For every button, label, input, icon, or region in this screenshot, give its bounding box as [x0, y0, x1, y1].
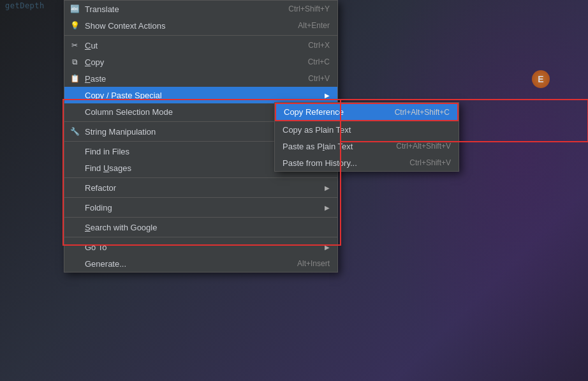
generate-shortcut: Alt+Insert — [297, 259, 330, 268]
find-usages-label: Find Usages — [85, 163, 131, 173]
menu-item-refactor[interactable]: Refactor ▶ — [64, 179, 337, 196]
submenu-item-paste-history[interactable]: Paste from History... Ctrl+Shift+V — [275, 154, 459, 171]
string-manipulation-label: String Manipulation — [85, 127, 156, 137]
context-actions-label: Show Context Actions — [85, 21, 165, 31]
menu-item-folding[interactable]: Folding ▶ — [64, 199, 337, 216]
find-usages-icon — [70, 163, 80, 173]
menu-item-search-google[interactable]: Search with Google — [64, 219, 337, 235]
submenu-item-copy-plain[interactable]: Copy as Plain Text — [275, 121, 459, 138]
paste-plain-label: Paste as Plain Text — [283, 142, 353, 151]
find-files-icon — [70, 146, 80, 156]
paste-history-label: Paste from History... — [283, 158, 357, 168]
generate-icon — [70, 258, 80, 269]
divider-5 — [64, 197, 337, 198]
menu-item-cut[interactable]: ✂ Cut Ctrl+X — [64, 37, 337, 54]
refactor-arrow: ▶ — [325, 184, 330, 191]
column-selection-label: Column Selection Mode — [85, 107, 173, 117]
menu-item-translate[interactable]: 🔤 Translate Ctrl+Shift+Y — [64, 1, 337, 17]
translate-shortcut: Ctrl+Shift+Y — [288, 4, 330, 13]
menu-item-copy-paste-special[interactable]: Copy / Paste Special ▶ — [64, 87, 337, 103]
copy-paste-icon — [70, 90, 80, 100]
goto-arrow: ▶ — [325, 244, 330, 251]
search-google-label: Search with Google — [85, 223, 157, 232]
translate-icon: 🔤 — [70, 4, 80, 14]
divider-7 — [64, 237, 337, 237]
copy-icon: ⧉ — [70, 57, 80, 67]
find-files-label: Find in Files — [85, 147, 129, 156]
paste-shortcut: Ctrl+V — [308, 74, 330, 83]
copy-reference-shortcut: Ctrl+Alt+Shift+C — [395, 108, 450, 117]
generate-label: Generate... — [85, 259, 126, 269]
menu-item-goto[interactable]: Go To ▶ — [64, 239, 337, 255]
background-decoration — [365, 0, 588, 381]
menu-item-generate[interactable]: Generate... Alt+Insert — [64, 255, 337, 272]
copy-paste-submenu: Copy Reference Ctrl+Alt+Shift+C Copy as … — [274, 102, 459, 172]
submenu-item-copy-reference[interactable]: Copy Reference Ctrl+Alt+Shift+C — [275, 103, 459, 121]
menu-item-copy[interactable]: ⧉ Copy Ctrl+C — [64, 54, 337, 70]
column-icon — [70, 107, 80, 117]
submenu-item-paste-plain[interactable]: Paste as Plain Text Ctrl+Alt+Shift+V — [275, 138, 459, 154]
folding-label: Folding — [85, 203, 112, 213]
divider-1 — [64, 35, 337, 36]
divider-6 — [64, 217, 337, 218]
refactor-label: Refactor — [85, 183, 116, 193]
menu-item-context-actions[interactable]: 💡 Show Context Actions Alt+Enter — [64, 17, 337, 34]
badge-icon: E — [532, 70, 550, 88]
cut-shortcut: Ctrl+X — [308, 41, 330, 50]
divider-4 — [64, 177, 337, 178]
copy-shortcut: Ctrl+C — [308, 57, 330, 66]
cut-label: Cut — [85, 41, 98, 50]
goto-icon — [70, 242, 80, 252]
translate-label: Translate — [85, 4, 119, 14]
refactor-icon — [70, 183, 80, 193]
bulb-icon: 💡 — [70, 20, 80, 31]
paste-plain-shortcut: Ctrl+Alt+Shift+V — [396, 142, 451, 151]
copy-label: Copy — [85, 57, 104, 67]
string-icon: 🔧 — [70, 126, 80, 137]
paste-history-shortcut: Ctrl+Shift+V — [409, 158, 451, 167]
goto-label: Go To — [85, 243, 107, 252]
background-code: getDepth — [0, 0, 50, 11]
cut-icon: ✂ — [70, 40, 80, 50]
paste-icon: 📋 — [70, 73, 80, 84]
folding-arrow: ▶ — [325, 204, 330, 211]
folding-icon — [70, 202, 80, 213]
copy-paste-label: Copy / Paste Special — [85, 91, 162, 100]
menu-item-paste[interactable]: 📋 Paste Ctrl+V — [64, 70, 337, 87]
copy-plain-label: Copy as Plain Text — [283, 125, 351, 135]
context-actions-shortcut: Alt+Enter — [298, 21, 330, 30]
search-google-icon — [70, 222, 80, 232]
paste-label: Paste — [85, 74, 106, 84]
copy-reference-label: Copy Reference — [284, 107, 344, 117]
copy-paste-arrow: ▶ — [325, 92, 330, 99]
